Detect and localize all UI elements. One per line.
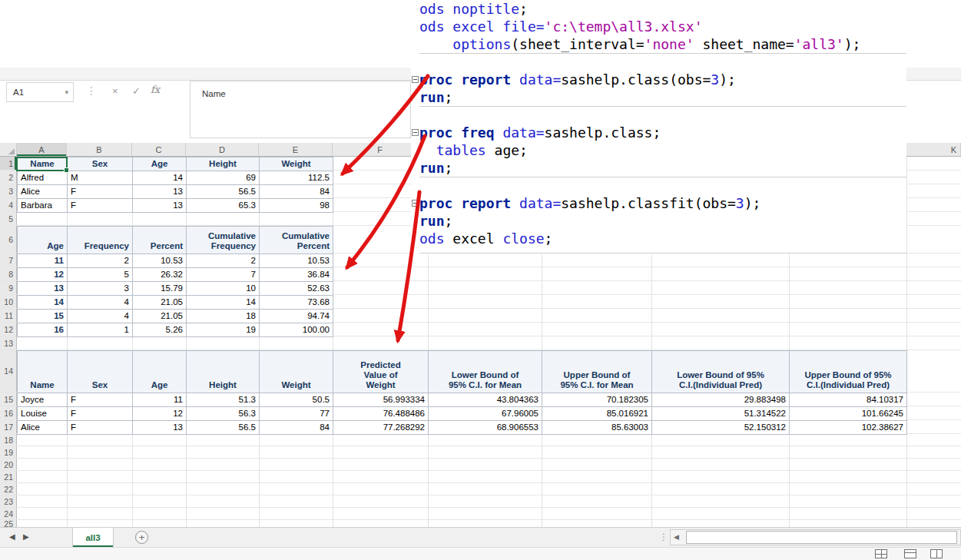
cell[interactable]: 15 [18, 310, 68, 323]
cell[interactable]: 21.05 [133, 310, 187, 323]
header-cell[interactable]: Lower Bound of 95% C.I.(Individual Pred) [652, 351, 790, 393]
header-cell[interactable]: Weight [260, 351, 333, 393]
scrollbar-thumb[interactable] [686, 531, 957, 544]
header-cell[interactable]: Height [187, 351, 260, 393]
cell[interactable]: 7 [187, 268, 260, 282]
row-header[interactable]: 11 [0, 309, 17, 322]
row-header[interactable]: 6 [0, 226, 17, 253]
cell[interactable]: 13 [133, 185, 187, 199]
cell[interactable]: 21.05 [133, 296, 187, 310]
column-header-k[interactable]: K [906, 143, 961, 156]
cell[interactable]: Alice [18, 185, 68, 199]
header-cell[interactable]: Frequency [68, 227, 133, 254]
cell[interactable]: Louise [18, 407, 68, 421]
row-header[interactable]: 4 [0, 198, 17, 211]
column-header-e[interactable]: E [259, 143, 333, 156]
cell[interactable]: 4 [68, 296, 133, 310]
cell[interactable]: 112.5 [260, 171, 333, 185]
name-box[interactable]: A1 ▾ [6, 82, 74, 102]
row-header[interactable]: 7 [0, 253, 17, 267]
cell[interactable]: 5 [68, 268, 133, 282]
view-page-break-icon[interactable] [930, 549, 943, 558]
cell[interactable]: 10.53 [133, 254, 187, 268]
row-header[interactable]: 10 [0, 295, 17, 308]
tab-scroll-left-icon[interactable]: ◀ [9, 532, 15, 541]
row-header[interactable]: 2 [0, 171, 17, 184]
row-header[interactable]: 20 [0, 459, 17, 470]
cell[interactable]: 70.182305 [542, 393, 652, 407]
cell[interactable]: 19 [187, 323, 260, 337]
cell[interactable]: 100.00 [260, 323, 333, 337]
select-all-corner[interactable] [0, 143, 17, 156]
insert-function-icon[interactable]: fx [151, 84, 160, 95]
cell[interactable]: 1 [68, 323, 133, 337]
cell[interactable]: 14 [187, 296, 260, 310]
column-header-a[interactable]: A [17, 143, 67, 156]
add-sheet-button[interactable]: + [135, 531, 148, 544]
cell[interactable]: 12 [133, 407, 187, 421]
cell[interactable]: 13 [133, 421, 187, 435]
cell[interactable]: Alfred [18, 171, 68, 185]
column-header-d[interactable]: D [186, 143, 259, 156]
cell[interactable]: 98 [260, 199, 333, 213]
cell[interactable]: 84.10317 [790, 393, 907, 407]
cell[interactable]: 4 [68, 310, 133, 323]
horizontal-scrollbar[interactable]: ◀ [670, 529, 961, 545]
row-header[interactable]: 9 [0, 281, 17, 294]
cell[interactable]: 50.5 [260, 393, 333, 407]
sas-code-editor[interactable]: ods noptitle; ods excel file='c:\temp\al… [411, 0, 906, 254]
cell[interactable]: 67.96005 [429, 407, 542, 421]
header-cell[interactable]: Upper Bound of 95% C.I. for Mean [542, 351, 652, 393]
cell[interactable]: F [68, 199, 133, 213]
header-cell[interactable]: Age [133, 351, 187, 393]
cell[interactable]: 12 [18, 268, 68, 282]
header-cell[interactable]: Cumulative Frequency [187, 227, 260, 254]
header-cell[interactable]: Age [18, 227, 68, 254]
cell[interactable]: 3 [68, 282, 133, 296]
header-cell[interactable]: Lower Bound of 95% C.I. for Mean [429, 351, 542, 393]
cell[interactable]: 73.68 [260, 296, 333, 310]
row-header[interactable]: 25 [0, 520, 17, 527]
cell[interactable]: 52.63 [260, 282, 333, 296]
enter-icon[interactable]: ✓ [132, 85, 141, 97]
cell[interactable]: 11 [18, 254, 68, 268]
cell[interactable]: 18 [187, 310, 260, 323]
cell[interactable]: 14 [133, 171, 187, 185]
cell[interactable]: 77 [260, 407, 333, 421]
cell[interactable]: 51.3 [187, 393, 260, 407]
row-header[interactable]: 15 [0, 393, 17, 406]
cell[interactable]: 69 [187, 171, 260, 185]
row-header[interactable]: 1 [0, 157, 17, 170]
row-header[interactable]: 13 [0, 336, 17, 350]
column-header-c[interactable]: C [132, 143, 186, 156]
collapse-section-icon[interactable] [412, 76, 419, 83]
cell[interactable]: 36.84 [260, 268, 333, 282]
header-cell[interactable]: Weight [260, 157, 333, 171]
cell[interactable]: 94.74 [260, 310, 333, 323]
cell[interactable]: Barbara [18, 199, 68, 213]
cell[interactable]: 56.5 [187, 421, 260, 435]
cell[interactable]: 51.314522 [652, 407, 790, 421]
cell[interactable]: 16 [18, 323, 68, 337]
formula-bar-input[interactable]: Name [190, 81, 411, 138]
row-header[interactable]: 14 [0, 350, 17, 392]
cell[interactable]: 56.3 [187, 407, 260, 421]
cell[interactable]: 102.38627 [790, 421, 907, 435]
sheet-tab-all3[interactable]: all3 [72, 528, 114, 547]
name-box-dropdown-icon[interactable]: ▾ [65, 88, 68, 96]
cell[interactable]: 56.5 [187, 185, 260, 199]
cell[interactable]: 101.66245 [790, 407, 907, 421]
cell[interactable]: M [68, 171, 133, 185]
row-header[interactable]: 22 [0, 483, 17, 495]
cell[interactable]: 10.53 [260, 254, 333, 268]
scroll-left-icon[interactable]: ◀ [674, 533, 679, 541]
header-cell[interactable]: Name [18, 351, 68, 393]
cell[interactable]: 68.906553 [429, 421, 542, 435]
row-header[interactable]: 3 [0, 184, 17, 197]
cell[interactable]: 52.150312 [652, 421, 790, 435]
header-cell[interactable]: Height [187, 157, 260, 171]
cell[interactable]: Alice [18, 421, 68, 435]
row-header[interactable]: 16 [0, 406, 17, 419]
cell[interactable]: 76.488486 [333, 407, 429, 421]
cell[interactable]: 84 [260, 421, 333, 435]
